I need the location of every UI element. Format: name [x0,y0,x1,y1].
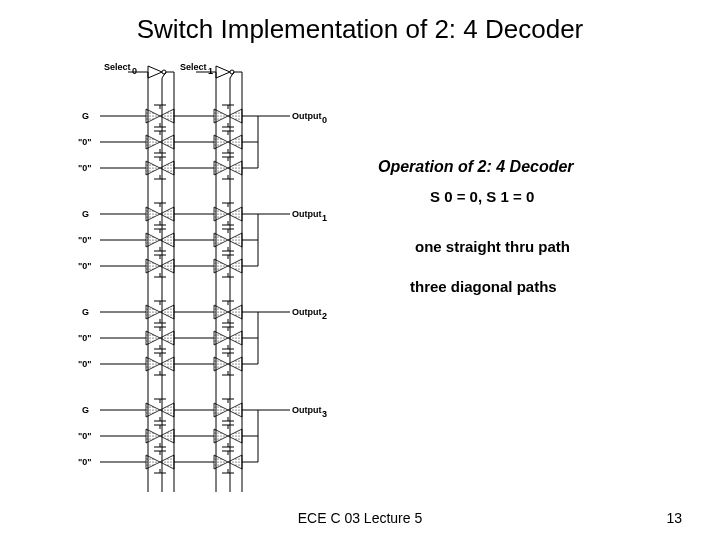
output3-label: Output [292,405,322,415]
output0-label: Output [292,111,322,121]
output2-sub: 2 [322,311,327,321]
row-label-z0b: "0" [78,163,92,173]
row-label-g2: G [82,307,89,317]
row-label-z1b: "0" [78,261,92,271]
row-label-g3: G [82,405,89,415]
output0-sub: 0 [322,115,327,125]
row-label-z1a: "0" [78,235,92,245]
output1-label: Output [292,209,322,219]
slide-title: Switch Implementation of 2: 4 Decoder [0,14,720,45]
output3-sub: 3 [322,409,327,419]
footer-lecture: ECE C 03 Lecture 5 [0,510,720,526]
row-label-z3a: "0" [78,431,92,441]
row-label-z0a: "0" [78,137,92,147]
diagonal-path-line: three diagonal paths [410,278,557,295]
decoder-circuit-diagram: Select 0 Select 1 G "0" "0" G "0" "0" G … [82,62,342,500]
select1-label: Select [180,62,207,72]
operation-heading: Operation of 2: 4 Decoder [378,158,574,176]
case-line: S 0 = 0, S 1 = 0 [430,188,534,205]
row-label-z2a: "0" [78,333,92,343]
row-label-z3b: "0" [78,457,92,467]
row-label-g0: G [82,111,89,121]
row-label-z2b: "0" [78,359,92,369]
output1-sub: 1 [322,213,327,223]
select0-label: Select [104,62,131,72]
row-label-g1: G [82,209,89,219]
select1-sub: 1 [208,66,213,76]
footer-page-number: 13 [666,510,682,526]
circuit-svg [82,62,342,500]
output2-label: Output [292,307,322,317]
straight-path-line: one straight thru path [415,238,570,255]
select0-sub: 0 [132,66,137,76]
